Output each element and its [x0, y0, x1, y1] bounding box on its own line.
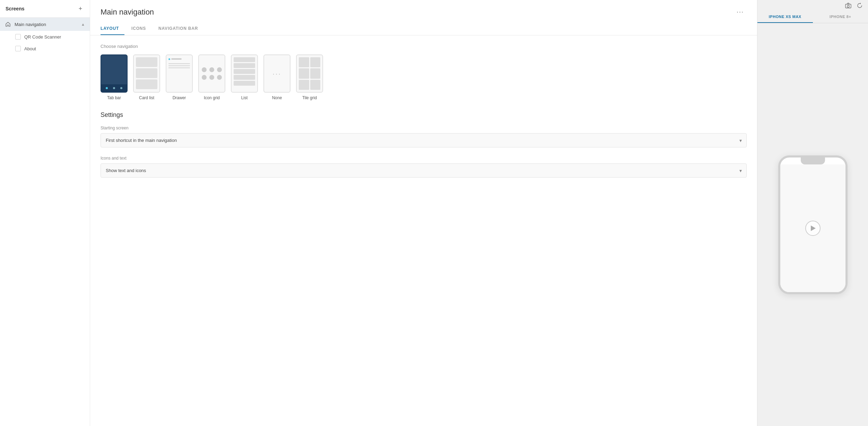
icon-grid-card[interactable] — [198, 54, 225, 93]
tabbar-screen — [101, 55, 127, 84]
tabbar-bottom — [101, 84, 127, 92]
preview-panel: IPHONE XS MAX IPHONE 8+ — [757, 0, 868, 426]
tile-grid-label: Tile grid — [302, 95, 317, 100]
nav-option-tile-grid[interactable]: Tile grid — [296, 54, 323, 100]
tile-grid-card[interactable] — [296, 54, 323, 93]
icons-text-select[interactable]: Show text and icons Show icons only Show… — [101, 163, 747, 178]
sidebar-header: Screens + — [0, 0, 90, 18]
card-row-2 — [136, 68, 157, 78]
phone-preview-area — [757, 23, 868, 426]
drawer-sep-1 — [168, 63, 190, 64]
tab-navigation-bar[interactable]: NAVIGATION BAR — [158, 23, 203, 35]
tile-2 — [310, 57, 321, 67]
refresh-icon — [857, 3, 862, 8]
card-list-card[interactable] — [133, 54, 160, 93]
nav-option-drawer[interactable]: Drawer — [166, 54, 193, 100]
tab-layout[interactable]: LAYOUT — [101, 23, 124, 35]
icon-row-2 — [202, 75, 222, 80]
home-icon — [5, 21, 11, 27]
camera-button[interactable] — [845, 3, 851, 8]
main-header: Main navigation ··· — [90, 0, 757, 17]
list-row-2 — [234, 63, 255, 68]
tabbar-dot-3 — [120, 87, 122, 89]
nav-option-card-list[interactable]: Card list — [133, 54, 160, 100]
phone-notch — [801, 157, 825, 164]
sub-item-icon — [15, 34, 21, 40]
icon-circle-2 — [209, 67, 214, 72]
sidebar-sub-item-about[interactable]: About — [0, 43, 90, 54]
drawer-header — [168, 57, 190, 61]
play-icon — [811, 225, 816, 231]
device-tab-iphone-8-plus[interactable]: IPHONE 8+ — [813, 11, 868, 23]
drawer-card[interactable] — [166, 54, 193, 93]
icon-grid-illustration — [199, 55, 225, 92]
refresh-button[interactable] — [857, 3, 862, 8]
sidebar-sub-item-qr-code-scanner[interactable]: QR Code Scanner — [0, 31, 90, 43]
tab-bar-card[interactable] — [101, 54, 128, 93]
page-title: Main navigation — [101, 8, 154, 17]
sidebar-title: Screens — [6, 6, 24, 11]
more-options-button[interactable]: ··· — [734, 7, 747, 17]
icon-circle-1 — [202, 67, 207, 72]
tab-icons[interactable]: ICONS — [131, 23, 151, 35]
list-illustration — [232, 55, 257, 92]
choose-navigation-label: Choose navigation — [101, 44, 747, 49]
icon-circle-4 — [202, 75, 207, 80]
sidebar-sub-item-qr-label: QR Code Scanner — [24, 34, 61, 40]
starting-screen-select[interactable]: First shortcut in the main navigation La… — [101, 133, 747, 147]
chevron-up-icon: ▲ — [81, 22, 85, 26]
svg-point-1 — [847, 5, 849, 7]
settings-title: Settings — [101, 111, 747, 119]
tile-3 — [299, 68, 309, 78]
drawer-dot — [168, 58, 170, 60]
content-area: Choose navigation Tab bar — [90, 35, 757, 426]
sidebar-item-main-navigation-label: Main navigation — [15, 22, 46, 27]
tab-bar-label: Tab bar — [107, 95, 121, 100]
drawer-sep-3 — [168, 67, 190, 68]
sidebar-sub-item-about-label: About — [24, 46, 36, 51]
none-card[interactable]: ··· — [263, 54, 290, 93]
tab-bar-illustration — [101, 55, 127, 92]
drawer-label: Drawer — [173, 95, 186, 100]
tile-6 — [310, 80, 321, 90]
drawer-line — [171, 58, 182, 60]
sidebar: Screens + Main navigation ▲ QR Code Scan… — [0, 0, 90, 426]
play-button[interactable] — [805, 221, 821, 236]
none-illustration: ··· — [264, 55, 290, 92]
sub-item-icon-about — [15, 46, 21, 51]
icon-grid-label: Icon grid — [204, 95, 220, 100]
card-list-label: Card list — [139, 95, 154, 100]
icon-circle-3 — [217, 67, 222, 72]
list-row-1 — [234, 57, 255, 62]
list-label: List — [241, 95, 248, 100]
card-row-3 — [136, 79, 157, 89]
list-row-5 — [234, 81, 255, 86]
add-screen-button[interactable]: + — [77, 5, 84, 12]
sidebar-item-main-navigation[interactable]: Main navigation ▲ — [0, 18, 90, 31]
phone-screen — [780, 164, 845, 292]
nav-option-tab-bar[interactable]: Tab bar — [101, 54, 128, 100]
device-tabs: IPHONE XS MAX IPHONE 8+ — [757, 11, 868, 23]
device-tab-iphone-xs-max[interactable]: IPHONE XS MAX — [757, 11, 813, 23]
card-row-1 — [136, 57, 157, 67]
nav-option-none[interactable]: ··· None — [263, 54, 290, 100]
preview-header — [757, 0, 868, 11]
list-card[interactable] — [231, 54, 258, 93]
nav-option-list[interactable]: List — [231, 54, 258, 100]
tabbar-dot-1 — [106, 87, 108, 89]
icon-row-1 — [202, 67, 222, 72]
starting-screen-label: Starting screen — [101, 126, 747, 130]
tile-1 — [299, 57, 309, 67]
tile-5 — [299, 80, 309, 90]
nav-option-icon-grid[interactable]: Icon grid — [198, 54, 225, 100]
starting-screen-select-wrapper: First shortcut in the main navigation La… — [101, 133, 747, 147]
camera-icon — [845, 3, 851, 8]
card-list-illustration — [134, 55, 159, 92]
list-row-4 — [234, 75, 255, 80]
none-label: None — [272, 95, 282, 100]
icon-circle-6 — [217, 75, 222, 80]
icons-text-group: Icons and text Show text and icons Show … — [101, 156, 747, 178]
list-row-3 — [234, 69, 255, 74]
drawer-illustration — [166, 55, 192, 92]
tabs-bar: LAYOUT ICONS NAVIGATION BAR — [90, 23, 757, 35]
